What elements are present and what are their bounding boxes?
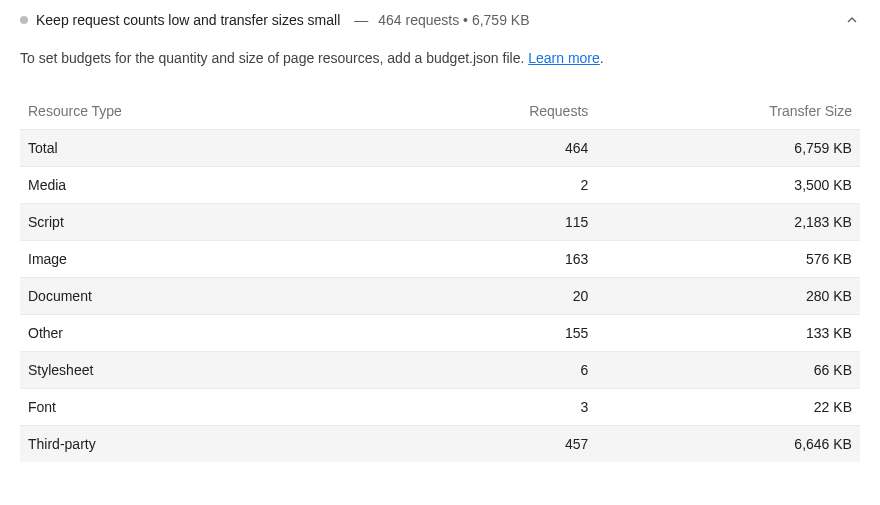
cell-requests: 3	[407, 399, 588, 415]
audit-title: Keep request counts low and transfer siz…	[36, 12, 340, 28]
cell-transfer-size: 66 KB	[588, 362, 852, 378]
table-row: Script1152,183 KB	[20, 203, 860, 240]
audit-description-suffix: .	[600, 50, 604, 66]
cell-requests: 6	[407, 362, 588, 378]
cell-resource-type: Media	[28, 177, 407, 193]
status-dot-icon	[20, 16, 28, 24]
chevron-up-icon[interactable]	[844, 12, 860, 28]
cell-resource-type: Script	[28, 214, 407, 230]
cell-requests: 457	[407, 436, 588, 452]
cell-resource-type: Document	[28, 288, 407, 304]
audit-item: Keep request counts low and transfer siz…	[0, 0, 880, 482]
audit-description-text: To set budgets for the quantity and size…	[20, 50, 528, 66]
audit-header[interactable]: Keep request counts low and transfer siz…	[20, 12, 860, 28]
cell-resource-type: Image	[28, 251, 407, 267]
cell-transfer-size: 280 KB	[588, 288, 852, 304]
cell-transfer-size: 2,183 KB	[588, 214, 852, 230]
cell-resource-type: Stylesheet	[28, 362, 407, 378]
cell-requests: 20	[407, 288, 588, 304]
cell-requests: 464	[407, 140, 588, 156]
cell-resource-type: Total	[28, 140, 407, 156]
col-header-requests: Requests	[407, 103, 588, 119]
table-header-row: Resource Type Requests Transfer Size	[20, 93, 860, 129]
table-row: Media23,500 KB	[20, 166, 860, 203]
cell-requests: 155	[407, 325, 588, 341]
cell-transfer-size: 22 KB	[588, 399, 852, 415]
table-row: Stylesheet666 KB	[20, 351, 860, 388]
cell-transfer-size: 6,646 KB	[588, 436, 852, 452]
separator-dash: —	[354, 12, 368, 28]
cell-resource-type: Other	[28, 325, 407, 341]
cell-resource-type: Font	[28, 399, 407, 415]
cell-transfer-size: 6,759 KB	[588, 140, 852, 156]
cell-transfer-size: 576 KB	[588, 251, 852, 267]
learn-more-link[interactable]: Learn more	[528, 50, 600, 66]
cell-resource-type: Third-party	[28, 436, 407, 452]
cell-requests: 115	[407, 214, 588, 230]
table-row: Total4646,759 KB	[20, 129, 860, 166]
table-row: Font322 KB	[20, 388, 860, 425]
audit-summary: 464 requests • 6,759 KB	[378, 12, 529, 28]
col-header-transfer-size: Transfer Size	[588, 103, 852, 119]
table-row: Document20280 KB	[20, 277, 860, 314]
table-body: Total4646,759 KBMedia23,500 KBScript1152…	[20, 129, 860, 462]
resource-table: Resource Type Requests Transfer Size Tot…	[20, 93, 860, 462]
cell-requests: 163	[407, 251, 588, 267]
cell-transfer-size: 133 KB	[588, 325, 852, 341]
table-row: Third-party4576,646 KB	[20, 425, 860, 462]
col-header-resource-type: Resource Type	[28, 103, 407, 119]
audit-description: To set budgets for the quantity and size…	[20, 48, 860, 69]
cell-transfer-size: 3,500 KB	[588, 177, 852, 193]
cell-requests: 2	[407, 177, 588, 193]
table-row: Other155133 KB	[20, 314, 860, 351]
table-row: Image163576 KB	[20, 240, 860, 277]
